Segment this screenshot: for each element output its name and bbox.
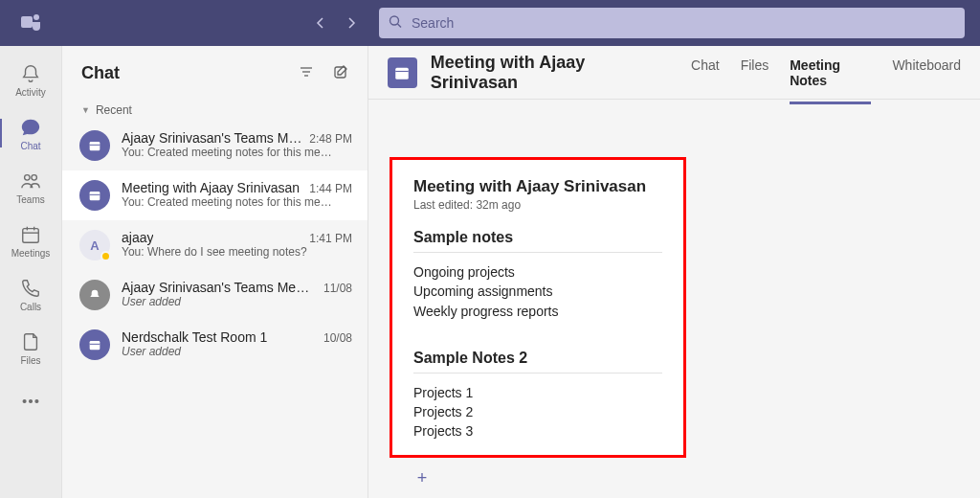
chat-item-preview: You: Where do I see meeting notes? bbox=[122, 245, 352, 259]
filter-icon[interactable] bbox=[299, 64, 314, 82]
svg-point-1 bbox=[33, 14, 39, 20]
avatar bbox=[79, 130, 110, 161]
notes-line[interactable]: Projects 1 bbox=[413, 383, 662, 402]
nav-forward-icon[interactable] bbox=[339, 11, 364, 35]
new-chat-icon[interactable] bbox=[333, 64, 348, 82]
tab-meeting-notes[interactable]: Meeting Notes bbox=[790, 46, 871, 104]
rail-label: Teams bbox=[16, 194, 44, 205]
avatar bbox=[79, 329, 110, 360]
avatar bbox=[79, 180, 110, 211]
chat-item-title: Meeting with Ajaay Srinivasan bbox=[122, 180, 300, 195]
chat-item-title: Ajaay Srinivasan's Teams Meeting bbox=[122, 280, 313, 295]
chat-list-column: Chat ▼ Recent Ajaay Srinivasan's Teams M… bbox=[62, 46, 368, 498]
calendar-icon bbox=[19, 223, 42, 246]
chat-item[interactable]: Ajaay Srinivasan's Teams Meeting11/08Use… bbox=[62, 270, 368, 320]
notes-line[interactable]: Upcoming assignments bbox=[413, 282, 662, 301]
app-rail: Activity Chat Teams Meetings Calls Files bbox=[0, 46, 62, 498]
content-column: Meeting with Ajaay Srinivasan ChatFilesM… bbox=[368, 46, 980, 498]
chat-item[interactable]: Aajaay1:41 PMYou: Where do I see meeting… bbox=[62, 220, 368, 270]
rail-label: Calls bbox=[20, 302, 41, 312]
phone-icon bbox=[19, 277, 42, 300]
chat-item-time: 1:41 PM bbox=[303, 232, 352, 245]
notes-last-edited: Last edited: 32m ago bbox=[413, 198, 662, 212]
chat-item-title: ajaay bbox=[122, 230, 153, 245]
notes-line[interactable]: Weekly progress reports bbox=[413, 302, 662, 321]
title-bar bbox=[0, 0, 980, 46]
svg-rect-6 bbox=[23, 228, 39, 242]
meeting-notes-card: Meeting with Ajaay Srinivasan Last edite… bbox=[390, 157, 686, 458]
section-label-text: Recent bbox=[96, 103, 132, 117]
tab-chat[interactable]: Chat bbox=[691, 46, 720, 104]
chat-item-preview: You: Created meeting notes for this me… bbox=[122, 195, 352, 209]
notes-line[interactable]: Projects 2 bbox=[413, 402, 662, 421]
content-header: Meeting with Ajaay Srinivasan ChatFilesM… bbox=[368, 46, 980, 100]
chat-title: Chat bbox=[81, 63, 120, 83]
svg-rect-19 bbox=[90, 192, 100, 200]
teams-logo-icon bbox=[8, 0, 54, 46]
svg-point-4 bbox=[25, 174, 30, 180]
avatar: A bbox=[79, 230, 110, 260]
notes-section2-title: Sample Notes 2 bbox=[413, 350, 662, 367]
chat-item-time: 10/08 bbox=[318, 331, 352, 345]
svg-rect-0 bbox=[21, 16, 33, 28]
rail-label: Files bbox=[20, 355, 40, 366]
chat-item-time: 1:44 PM bbox=[303, 182, 352, 195]
rail-label: Activity bbox=[15, 87, 46, 98]
divider bbox=[413, 373, 662, 374]
chat-item[interactable]: Nerdschalk Test Room 110/08User added bbox=[62, 320, 368, 370]
divider bbox=[413, 252, 662, 253]
avatar bbox=[79, 280, 110, 310]
svg-rect-21 bbox=[90, 341, 100, 350]
rail-label: Meetings bbox=[11, 248, 51, 259]
search-input[interactable] bbox=[379, 8, 965, 38]
svg-point-5 bbox=[32, 174, 36, 180]
notes-line[interactable]: Projects 3 bbox=[413, 421, 662, 441]
files-icon bbox=[19, 330, 42, 353]
chevron-down-icon: ▼ bbox=[81, 105, 90, 115]
notes-section1-title: Sample notes bbox=[413, 229, 662, 246]
svg-point-11 bbox=[30, 400, 33, 403]
chat-item-title: Nerdschalk Test Room 1 bbox=[122, 329, 267, 345]
content-title: Meeting with Ajaay Srinivasan bbox=[431, 53, 668, 93]
chat-item[interactable]: Meeting with Ajaay Srinivasan1:44 PMYou:… bbox=[62, 170, 368, 220]
rail-files[interactable]: Files bbox=[0, 322, 62, 374]
chat-item[interactable]: Ajaay Srinivasan's Teams Mee…2:48 PMYou:… bbox=[62, 121, 368, 170]
tab-whiteboard[interactable]: Whiteboard bbox=[892, 46, 961, 104]
svg-point-2 bbox=[390, 16, 399, 25]
meeting-avatar-icon bbox=[388, 57, 417, 88]
rail-label: Chat bbox=[20, 141, 40, 151]
section-recent[interactable]: ▼ Recent bbox=[62, 100, 368, 121]
notes-line[interactable]: Ongoing projects bbox=[413, 262, 662, 282]
svg-line-3 bbox=[398, 24, 402, 28]
chat-item-title: Ajaay Srinivasan's Teams Mee… bbox=[122, 130, 303, 146]
presence-away-icon bbox=[100, 251, 111, 261]
search-icon bbox=[389, 15, 402, 32]
svg-point-12 bbox=[35, 400, 38, 403]
rail-teams[interactable]: Teams bbox=[0, 161, 62, 213]
chat-icon bbox=[19, 116, 42, 139]
chat-item-time: 2:48 PM bbox=[303, 132, 352, 146]
notes-heading: Meeting with Ajaay Srinivasan bbox=[413, 177, 662, 196]
rail-chat[interactable]: Chat bbox=[0, 107, 62, 159]
rail-activity[interactable]: Activity bbox=[0, 54, 62, 105]
rail-calls[interactable]: Calls bbox=[0, 268, 62, 320]
chat-item-preview: User added bbox=[122, 345, 352, 358]
nav-back-icon[interactable] bbox=[308, 11, 333, 35]
tab-files[interactable]: Files bbox=[741, 46, 769, 104]
teams-icon bbox=[19, 170, 42, 192]
rail-more[interactable] bbox=[0, 375, 62, 427]
chat-item-preview: User added bbox=[122, 295, 352, 308]
svg-point-10 bbox=[23, 400, 26, 403]
chat-item-time: 11/08 bbox=[318, 282, 352, 295]
rail-meetings[interactable]: Meetings bbox=[0, 215, 62, 266]
bell-icon bbox=[19, 62, 42, 85]
chat-item-preview: You: Created meeting notes for this me… bbox=[122, 146, 352, 159]
add-section-button[interactable]: + bbox=[411, 467, 434, 490]
svg-rect-17 bbox=[90, 142, 100, 150]
more-icon bbox=[19, 390, 42, 413]
